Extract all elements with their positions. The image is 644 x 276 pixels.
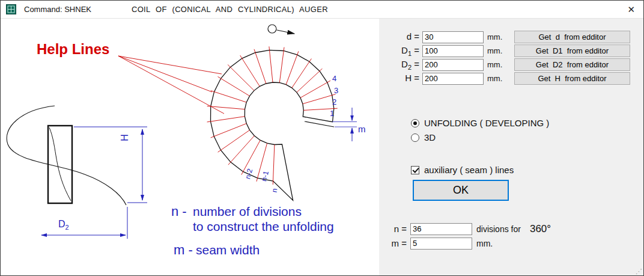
m-seam-label: m	[358, 124, 366, 134]
d-unit: mm.	[487, 32, 502, 41]
auxiliary-lines-label: auxiliary ( seam ) lines	[424, 165, 514, 175]
division-line	[254, 49, 266, 84]
help-fan-lines	[118, 56, 224, 114]
dialog-title: COIL OF (CONICAL AND CYLINDRICAL) AUGER	[132, 5, 328, 14]
app-icon	[6, 4, 16, 14]
command-title: Command: SHNEK	[24, 5, 91, 14]
content: Help Lines H	[1, 19, 643, 275]
division-line	[228, 136, 255, 165]
d2-dimension-label: D2	[58, 219, 69, 231]
note-m-text: seam width	[196, 243, 260, 257]
m-unit: mm.	[476, 239, 493, 248]
div-number-3: 3	[334, 86, 338, 95]
radio-3d-label: 3D	[424, 132, 436, 143]
radio-unfolding[interactable]: UNFOLDING ( DEVELOPING )	[411, 118, 549, 128]
d2-unit: mm.	[487, 60, 502, 69]
rotation-direction-icon	[268, 25, 276, 33]
field-label-d1: D1 =	[379, 45, 422, 57]
field-label-d: d =	[379, 31, 422, 43]
help-lines-label: Help Lines	[37, 41, 109, 57]
seam-second-edge	[305, 121, 334, 127]
h-dimension	[74, 127, 147, 203]
division-line	[211, 91, 246, 102]
shaft-rect	[48, 126, 72, 203]
radio-unfolding-icon[interactable]	[411, 119, 419, 127]
label-n: n	[270, 188, 279, 193]
field-label-d2: D2 =	[379, 59, 422, 71]
division-line	[228, 65, 254, 91]
division-line	[218, 130, 250, 152]
division-line	[211, 123, 247, 138]
division-line	[269, 46, 273, 82]
get-d2-button[interactable]: Get D2 from edditor	[514, 58, 630, 71]
n-input[interactable]	[410, 223, 472, 235]
settings-panel: d = mm. Get d from edditor D1 = mm. Get …	[379, 19, 643, 275]
n-suffix: divisions for	[476, 224, 521, 234]
spiral-outline	[211, 50, 334, 200]
m-row: m = mm.	[379, 237, 643, 250]
division-line	[300, 81, 330, 98]
d2-input[interactable]	[422, 59, 484, 71]
degrees-value: 360°	[530, 223, 551, 235]
radio-3d-icon[interactable]	[411, 133, 419, 142]
division-line	[218, 76, 250, 96]
m-input[interactable]	[410, 238, 472, 250]
drawing-area: Help Lines H	[1, 19, 379, 275]
note-n-prefix: n -	[171, 204, 187, 219]
field-row-h: H = mm. Get H from edditor	[379, 72, 643, 85]
division-line	[240, 55, 260, 87]
helix-outer-curve	[7, 106, 126, 205]
dialog-window: Command: SHNEK COIL OF (CONICAL AND CYLI…	[0, 0, 644, 276]
div-number-4: 4	[332, 74, 336, 83]
field-row-d: d = mm. Get d from edditor	[379, 31, 643, 43]
rotation-arrow	[277, 30, 294, 34]
field-label-h: H =	[379, 73, 422, 85]
division-line	[297, 69, 323, 93]
auxiliary-lines-checkbox[interactable]	[411, 166, 419, 174]
division-line	[273, 145, 275, 185]
d-input[interactable]	[422, 31, 484, 43]
auger-side-view	[7, 106, 126, 205]
d1-unit: mm.	[487, 46, 502, 55]
division-line	[286, 51, 299, 84]
note-m-prefix: m -	[174, 242, 193, 257]
resize-grip-icon[interactable]: ⋰	[636, 268, 642, 275]
get-d-button[interactable]: Get d from edditor	[514, 31, 630, 43]
h-input[interactable]	[422, 73, 484, 85]
get-d1-button[interactable]: Get D1 from edditor	[514, 44, 630, 57]
n-label: n =	[379, 224, 410, 234]
div-number-2: 2	[332, 97, 336, 106]
titlebar: Command: SHNEK COIL OF (CONICAL AND CYLI…	[1, 1, 643, 19]
note-n-line2: to construct the unfolding	[193, 219, 334, 233]
division-lines	[207, 46, 338, 185]
h-unit: mm.	[487, 74, 502, 83]
auger-unfolding-diagram: Help Lines H	[1, 19, 379, 275]
d2-dimension	[41, 207, 127, 239]
label-n-2: n-2	[243, 167, 254, 180]
get-h-button[interactable]: Get H from edditor	[514, 72, 630, 85]
auxiliary-lines-checkbox-row[interactable]: auxiliary ( seam ) lines	[411, 165, 514, 175]
division-line	[279, 48, 284, 83]
m-label: m =	[379, 238, 410, 248]
radio-unfolding-label: UNFOLDING ( DEVELOPING )	[424, 118, 549, 128]
division-line	[207, 117, 245, 122]
d1-input[interactable]	[422, 45, 484, 57]
close-icon[interactable]: ✕	[627, 4, 635, 16]
ok-button[interactable]: OK	[413, 180, 509, 201]
helix-inner-curve	[49, 127, 71, 201]
field-row-d2: D2 = mm. Get D2 from edditor	[379, 58, 643, 71]
division-line	[292, 59, 312, 88]
legend-notes: n - number of divisions to construct the…	[171, 204, 334, 257]
division-numbers: 4 3 2 1	[330, 74, 338, 118]
field-row-d1: D1 = mm. Get D1 from edditor	[379, 44, 643, 57]
h-dimension-label: H	[120, 134, 130, 141]
note-n-line1: number of divisions	[193, 204, 302, 218]
division-line	[303, 94, 336, 104]
div-number-1: 1	[330, 109, 334, 118]
n-row: n = divisions for 360°	[379, 222, 643, 235]
radio-3d[interactable]: 3D	[411, 132, 436, 143]
m-seam-dimension	[332, 108, 357, 141]
